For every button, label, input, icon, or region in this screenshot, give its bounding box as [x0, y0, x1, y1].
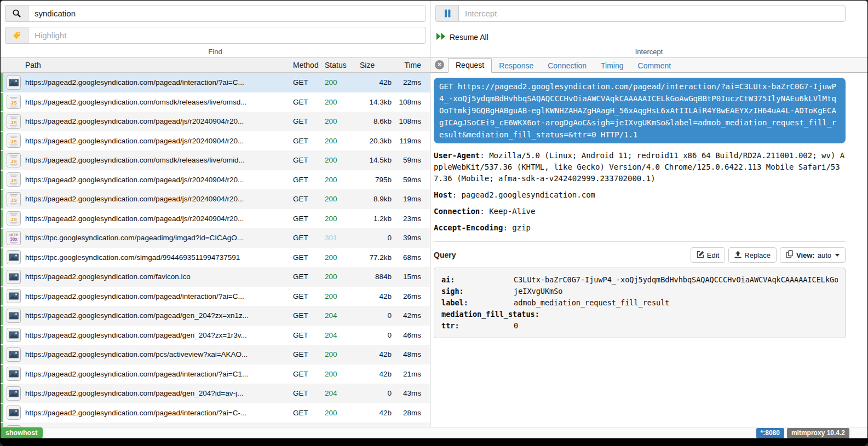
replace-button[interactable]: Replace: [728, 247, 777, 263]
flow-row[interactable]: https://pagead2.googlesyndication.com/pa…: [1, 73, 430, 92]
flow-method: GET: [293, 389, 325, 397]
edit-button[interactable]: Edit: [691, 247, 725, 263]
tab-comment[interactable]: Comment: [631, 59, 679, 73]
flow-method: GET: [293, 195, 325, 203]
svg-text:JS: JS: [10, 196, 17, 202]
flow-row[interactable]: https://pagead2.googlesyndication.com/pa…: [1, 384, 430, 403]
flow-method: GET: [293, 350, 325, 358]
flow-path: https://pagead2.googlesyndication.com/pa…: [25, 370, 248, 378]
flow-table-header: Path Method Status Size Time: [1, 57, 430, 73]
flow-path: https://pagead2.googlesyndication.com/pc…: [25, 350, 248, 358]
flow-row[interactable]: https://pagead2.googlesyndication.com/pa…: [1, 287, 430, 306]
query-buttons: Edit Replace: [691, 247, 846, 263]
flow-method: GET: [293, 331, 325, 339]
flow-size: 42b: [355, 292, 392, 300]
flow-row[interactable]: JS https://pagead2.googlesyndication.com…: [1, 170, 430, 190]
find-section-label: Find: [1, 48, 430, 56]
flow-status: 200: [325, 370, 355, 378]
tab-response[interactable]: Response: [492, 59, 541, 73]
request-header: Connection: Keep-Alive: [434, 206, 846, 217]
query-param-key: ttr:: [441, 320, 514, 332]
flow-size: 8.9kb: [355, 195, 392, 203]
intercept-input[interactable]: [458, 5, 846, 22]
tab-timing[interactable]: Timing: [594, 59, 631, 73]
search-icon: [5, 5, 28, 22]
flow-method: GET: [293, 409, 325, 417]
flow-path: https://pagead2.googlesyndication.com/pa…: [25, 195, 244, 203]
status-bar: showhost *:8080 mitmproxy 10.4.2: [1, 427, 867, 438]
pause-icon: [435, 5, 458, 22]
flow-path: https://pagead2.googlesyndication.com/pa…: [25, 292, 244, 300]
query-param-row[interactable]: sigh:jeIXvgUKmSo: [441, 286, 838, 297]
query-param-row[interactable]: mediation_fill_status:: [441, 309, 838, 320]
view-mode-value: auto: [818, 251, 831, 259]
query-section: Query Edit: [434, 241, 846, 338]
flow-status: 200: [325, 409, 355, 417]
js-icon: JS: [7, 95, 21, 109]
flow-size: 0: [355, 311, 392, 320]
tab-request[interactable]: Request: [448, 58, 492, 73]
js-icon: JS: [7, 153, 21, 167]
request-headers: User-Agent: Mozilla/5.0 (Linux; Android …: [434, 150, 846, 234]
edit-button-label: Edit: [707, 251, 719, 259]
header-value: : pagead2.googlesyndication.com: [452, 190, 595, 199]
flow-row[interactable]: https://pagead2.googlesyndication.com/pa…: [1, 422, 430, 427]
flow-method: GET: [293, 98, 325, 106]
js-icon: JS: [7, 211, 21, 225]
header-name: Connection: [434, 207, 480, 216]
flow-row[interactable]: https://pagead2.googlesyndication.com/pa…: [1, 326, 430, 345]
close-icon[interactable]: ×: [435, 60, 444, 69]
flow-size: 0: [355, 389, 392, 397]
flow-time: 19ms: [392, 195, 430, 203]
query-param-row[interactable]: ttr:0: [441, 320, 838, 332]
flow-row[interactable]: JS https://pagead2.googlesyndication.com…: [1, 131, 430, 151]
flow-size: 14.5kb: [355, 156, 392, 164]
flow-time: 48ms: [392, 350, 430, 358]
flow-row[interactable]: JS https://pagead2.googlesyndication.com…: [1, 209, 430, 229]
flow-path: https://tpc.googlesyndication.com/pagead…: [25, 234, 243, 242]
svg-text:JS: JS: [10, 158, 17, 164]
request-first-line[interactable]: GET https://pagead2.googlesyndication.co…: [434, 78, 846, 143]
image-icon: [7, 328, 21, 342]
status-bar-right: *:8080 mitmproxy 10.4.2: [756, 427, 867, 438]
flow-status: 200: [325, 78, 355, 86]
query-param-row[interactable]: label:admob_mediation_request_fill_resul…: [441, 297, 838, 309]
flow-path: https://pagead2.googlesyndication.com/pa…: [25, 311, 249, 320]
flow-status: 204: [325, 389, 355, 397]
flow-row[interactable]: https://pagead2.googlesyndication.com/fa…: [1, 267, 430, 287]
edit-icon: [697, 251, 704, 260]
highlight-input[interactable]: [28, 27, 426, 44]
resume-all-button[interactable]: Resume All: [436, 33, 488, 42]
flow-status: 200: [325, 215, 355, 223]
tab-connection[interactable]: Connection: [541, 59, 594, 73]
flow-row[interactable]: JS https://pagead2.googlesyndication.com…: [1, 112, 430, 131]
flow-row[interactable]: JS https://pagead2.googlesyndication.com…: [1, 92, 430, 112]
search-input[interactable]: [28, 5, 426, 22]
svg-text:JS: JS: [10, 100, 17, 106]
flow-status: 204: [325, 331, 355, 339]
view-mode-button[interactable]: View: auto: [780, 247, 846, 263]
flow-method: GET: [293, 292, 325, 300]
flow-row[interactable]: https://pagead2.googlesyndication.com/pa…: [1, 306, 430, 326]
query-title: Query: [434, 251, 456, 259]
svg-text:JS: JS: [10, 177, 17, 183]
flow-size: 0: [355, 234, 392, 242]
flow-row[interactable]: https://pagead2.googlesyndication.com/pc…: [1, 345, 430, 364]
flow-size: 77.2kb: [355, 253, 392, 262]
flow-row[interactable]: JS https://pagead2.googlesyndication.com…: [1, 150, 430, 170]
flow-method: GET: [293, 78, 325, 86]
flow-row[interactable]: JS https://pagead2.googlesyndication.com…: [1, 189, 430, 209]
flow-path: https://pagead2.googlesyndication.com/pa…: [25, 176, 244, 184]
flow-status: 200: [325, 176, 355, 184]
query-param-row[interactable]: ai:C3LUtx-baZrC0G7-IjuwP4_-xoQj5ydqmBdHv…: [441, 274, 838, 286]
flow-row[interactable]: https://pagead2.googlesyndication.com/pa…: [1, 403, 430, 423]
flow-path: https://pagead2.googlesyndication.com/pa…: [25, 117, 244, 125]
header-value: : Keep-Alive: [480, 207, 535, 216]
request-header: User-Agent: Mozilla/5.0 (Linux; Android …: [434, 150, 846, 184]
chevron-down-icon: [835, 254, 840, 257]
flow-time: 28ms: [392, 409, 430, 417]
flow-row[interactable]: https://pagead2.googlesyndication.com/pa…: [1, 364, 430, 384]
flow-row[interactable]: HTTP30x https://tpc.googlesyndication.co…: [1, 228, 430, 248]
version-badge: mitmproxy 10.4.2: [787, 428, 849, 438]
flow-row[interactable]: https://tpc.googlesyndication.com/simgad…: [1, 248, 430, 268]
